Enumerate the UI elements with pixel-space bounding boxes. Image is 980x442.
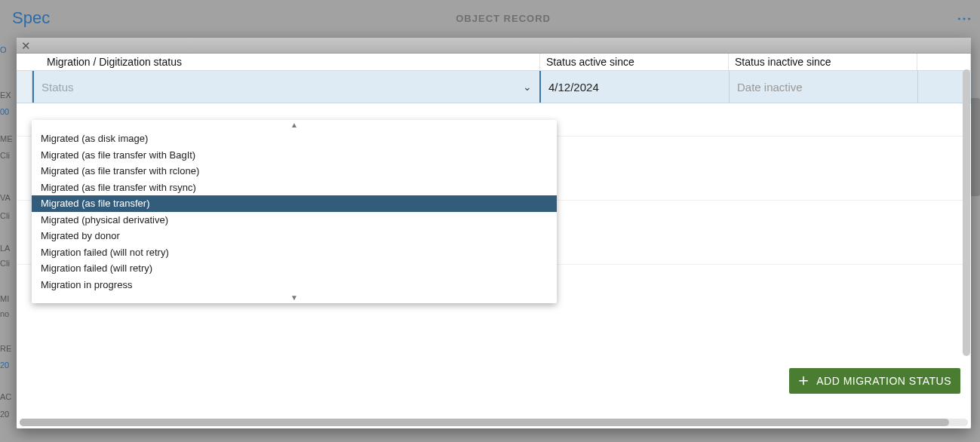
status-option[interactable]: Migration failed (will not retry) [32, 244, 557, 261]
plus-icon: ＋ [795, 372, 813, 388]
more-menu-icon[interactable]: ⋯ [957, 9, 974, 27]
modal-vertical-scrollbar-thumb[interactable] [963, 69, 970, 356]
column-header-inactive: Status inactive since [729, 54, 917, 70]
status-option[interactable]: Migration in progress [32, 277, 557, 293]
add-button-label: ADD MIGRATION STATUS [816, 375, 951, 387]
status-option[interactable]: Migrated (as file transfer with rclone) [32, 163, 557, 180]
status-option[interactable]: Migrated (as file transfer with rsync) [32, 180, 557, 196]
status-option[interactable]: Migrated (as file transfer with BagIt) [32, 147, 557, 164]
status-option[interactable]: Migrated (as disk image) [32, 130, 557, 147]
status-option[interactable]: Migrated (as file transfer) [32, 195, 557, 212]
row-gutter[interactable] [17, 71, 32, 103]
record-type-label: OBJECT RECORD [50, 13, 957, 24]
add-migration-status-button[interactable]: ＋ ADD MIGRATION STATUS [789, 368, 960, 394]
modal-vertical-scrollbar[interactable] [963, 69, 970, 356]
column-header-spacer [917, 54, 971, 70]
migration-status-modal: ✕ Migration / Digitization status Status… [17, 38, 971, 428]
close-icon[interactable]: ✕ [21, 40, 31, 51]
scroll-down-icon[interactable]: ▼ [32, 293, 557, 303]
inactive-since-cell[interactable]: Date inactive [730, 71, 918, 103]
column-header-status: Migration / Digitization status [17, 54, 540, 70]
modal-body: Migration / Digitization status Status a… [17, 54, 971, 428]
modal-footer: ＋ ADD MIGRATION STATUS [789, 368, 960, 394]
status-cell[interactable]: ⌄ [32, 71, 541, 103]
grid-header-row: Migration / Digitization status Status a… [17, 54, 971, 71]
page-scrollbar-thumb[interactable] [969, 98, 980, 196]
scroll-up-icon[interactable]: ▲ [32, 120, 557, 130]
page-title: Spec [12, 8, 50, 28]
modal-horizontal-scrollbar[interactable] [20, 419, 968, 426]
status-option[interactable]: Migration failed (will retry) [32, 260, 557, 277]
status-option[interactable]: Migrated (physical derivative) [32, 212, 557, 229]
status-option[interactable]: Migrated by donor [32, 228, 557, 244]
data-row: ⌄ 4/12/2024 Date inactive [17, 71, 971, 103]
modal-titlebar: ✕ [17, 38, 971, 54]
column-header-active: Status active since [540, 54, 729, 70]
status-input[interactable] [41, 81, 532, 94]
chevron-down-icon[interactable]: ⌄ [523, 81, 532, 93]
background-header: Spec OBJECT RECORD ⋯ [0, 0, 980, 36]
active-since-cell[interactable]: 4/12/2024 [541, 71, 730, 103]
status-dropdown: ▲ Migrated (as disk image)Migrated (as f… [32, 120, 557, 303]
background-overlay: Spec OBJECT RECORD ⋯ O EX 00 ME Cli VA C… [0, 0, 980, 442]
modal-horizontal-scrollbar-thumb[interactable] [20, 419, 949, 426]
